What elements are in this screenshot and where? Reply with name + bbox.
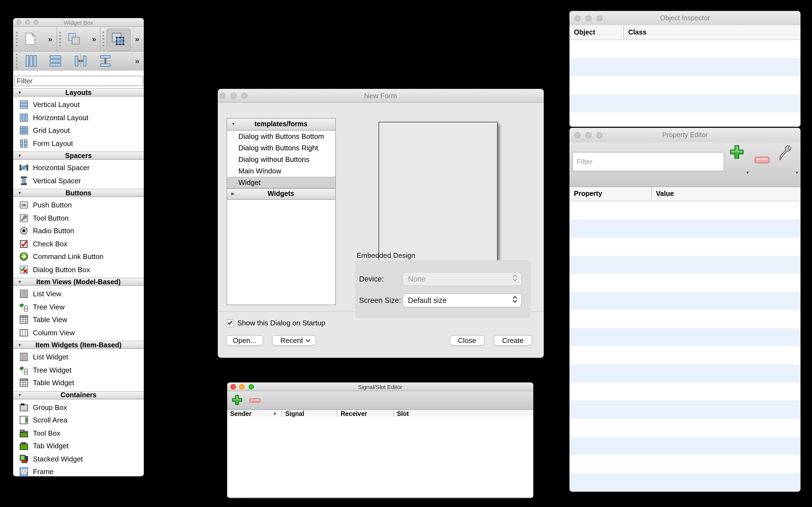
- widget-item-push-button[interactable]: OKPush Button: [13, 199, 144, 212]
- layout-hbars-icon[interactable]: [48, 54, 63, 68]
- widget-item-tree-widget[interactable]: Tree Widget: [13, 363, 144, 377]
- column-header-signal[interactable]: Signal: [282, 410, 337, 417]
- template-item-dialog-with-buttons-right[interactable]: Dialog with Buttons Right: [227, 142, 335, 153]
- close-window-icon[interactable]: [574, 15, 580, 21]
- toolbar-overflow-chevron[interactable]: »: [89, 35, 99, 43]
- toolbar-drag-handle[interactable]: [16, 32, 17, 46]
- add-connection-icon[interactable]: [231, 395, 242, 407]
- show-dialog-startup-checkbox[interactable]: Show this Dialog on Startup: [226, 319, 325, 327]
- toolbar-overflow-chevron[interactable]: »: [132, 57, 142, 65]
- widget-item-frame[interactable]: Frame: [13, 465, 144, 476]
- widget-box-titlebar[interactable]: Widget Box: [13, 18, 144, 27]
- add-property-icon[interactable]: [729, 144, 745, 161]
- configure-menu-icon[interactable]: ▼: [795, 171, 799, 174]
- toolbar-overflow-chevron[interactable]: »: [45, 35, 55, 43]
- minimize-window-icon[interactable]: [230, 93, 236, 99]
- widget-item-radio-button[interactable]: Radio Button: [13, 224, 144, 237]
- category-header-buttons[interactable]: ▼Buttons: [13, 189, 144, 197]
- column-header-slot[interactable]: Slot: [394, 410, 533, 417]
- configure-icon[interactable]: [778, 146, 793, 162]
- checkbox-checked-icon[interactable]: [226, 319, 233, 327]
- widget-item-scroll-area[interactable]: Scroll Area: [13, 414, 144, 427]
- screen-size-select[interactable]: Default size: [402, 293, 521, 307]
- vspacer-adjust-icon[interactable]: [98, 54, 112, 68]
- edit-widgets-icon[interactable]: [67, 32, 81, 46]
- object-inspector-titlebar[interactable]: Object Inspector: [570, 11, 801, 26]
- recent-dropdown[interactable]: Recent: [272, 335, 316, 346]
- template-item-dialog-with-buttons-bottom[interactable]: Dialog with Buttons Bottom: [227, 130, 335, 142]
- toolbar-overflow-chevron[interactable]: »: [132, 35, 142, 43]
- toolbar-drag-handle[interactable]: [16, 54, 17, 68]
- zoom-window-icon[interactable]: [241, 93, 247, 99]
- category-header-item-widgets-item-based[interactable]: ▼Item Widgets (Item-Based): [13, 341, 144, 349]
- edit-selection-icon[interactable]: [111, 33, 126, 47]
- zoom-window-icon[interactable]: [596, 15, 602, 21]
- new-form-icon[interactable]: [23, 32, 37, 46]
- widget-item-dialog-button-box[interactable]: Dialog Button Box: [13, 263, 144, 276]
- widget-item-horizontal-spacer[interactable]: Horizontal Spacer: [13, 161, 144, 174]
- widget-item-command-link-button[interactable]: Command Link Button: [13, 250, 144, 263]
- close-window-icon[interactable]: [574, 132, 580, 138]
- close-window-icon[interactable]: [16, 20, 21, 25]
- widget-item-vertical-layout[interactable]: Vertical Layout: [13, 98, 144, 111]
- property-editor-titlebar[interactable]: Property Editor: [570, 128, 801, 143]
- create-button[interactable]: Create: [494, 335, 532, 346]
- widget-filter-input[interactable]: [14, 76, 143, 86]
- minimize-window-icon[interactable]: [239, 384, 245, 389]
- category-items: Group BoxScroll AreaTool BoxTab WidgetSt…: [13, 399, 144, 476]
- widget-item-column-view[interactable]: Column View: [13, 326, 144, 339]
- widget-item-stacked-widget[interactable]: Stacked Widget: [13, 452, 144, 465]
- zoom-window-icon[interactable]: [34, 20, 39, 25]
- widget-item-table-widget[interactable]: Table Widget: [13, 377, 144, 389]
- column-header-object[interactable]: Object: [570, 25, 624, 40]
- widget-item-form-layout[interactable]: Form Layout: [13, 137, 144, 150]
- toolbar-drag-handle[interactable]: [59, 32, 61, 46]
- zoom-window-icon[interactable]: [248, 384, 254, 389]
- template-item-main-window[interactable]: Main Window: [227, 165, 335, 176]
- minimize-window-icon[interactable]: [585, 132, 591, 138]
- category-header-spacers[interactable]: ▼Spacers: [13, 152, 144, 160]
- column-header-value[interactable]: Value: [651, 187, 801, 201]
- tree-root-templates-forms[interactable]: ▼templates/forms: [227, 118, 335, 130]
- layout-vbars-icon[interactable]: [24, 54, 38, 68]
- hspacer-adjust-icon[interactable]: [73, 54, 88, 68]
- template-item-dialog-without-buttons[interactable]: Dialog without Buttons: [227, 153, 335, 165]
- close-window-icon[interactable]: [219, 93, 225, 99]
- widget-item-group-box[interactable]: Group Box: [13, 401, 144, 414]
- widget-item-list-widget[interactable]: List Widget: [13, 351, 144, 363]
- property-filter-input[interactable]: [572, 152, 724, 171]
- category-header-layouts[interactable]: ▼Layouts: [13, 88, 144, 97]
- add-property-menu-icon[interactable]: ▼: [746, 171, 749, 174]
- close-window-icon[interactable]: [230, 384, 236, 389]
- device-select[interactable]: None: [402, 272, 521, 286]
- widget-item-label: Tool Box: [33, 429, 60, 437]
- widget-item-table-view[interactable]: Table View: [13, 313, 144, 326]
- column-header-property[interactable]: Property: [570, 187, 651, 201]
- widget-item-tab-widget[interactable]: Tab Widget: [13, 440, 144, 452]
- zoom-window-icon[interactable]: [596, 132, 602, 138]
- widget-item-check-box[interactable]: Check Box: [13, 237, 144, 250]
- minimize-window-icon[interactable]: [585, 15, 591, 21]
- widget-item-horizontal-layout[interactable]: Horizontal Layout: [13, 111, 144, 124]
- widget-item-vertical-spacer[interactable]: Vertical Spacer: [13, 174, 144, 187]
- widget-item-list-view[interactable]: List View: [13, 287, 144, 300]
- category-header-item-views-model-based[interactable]: ▼Item Views (Model-Based): [13, 278, 144, 286]
- remove-connection-icon[interactable]: [249, 398, 260, 403]
- new-form-titlebar[interactable]: New Form: [218, 89, 543, 103]
- signal-slot-titlebar[interactable]: Signal/Slot Editor: [227, 383, 533, 391]
- widget-item-tool-box[interactable]: Tool Box: [13, 427, 144, 440]
- toolbar-drag-handle[interactable]: [103, 32, 104, 46]
- tree-root-widgets[interactable]: ▶Widgets: [227, 188, 335, 200]
- remove-property-icon[interactable]: [754, 156, 770, 164]
- open-button[interactable]: Open...: [226, 335, 264, 346]
- widget-item-tree-view[interactable]: Tree View: [13, 300, 144, 313]
- column-header-receiver[interactable]: Receiver: [337, 410, 394, 417]
- template-item-widget[interactable]: Widget: [227, 176, 335, 188]
- column-header-sender[interactable]: Sender▼: [227, 410, 282, 417]
- minimize-window-icon[interactable]: [25, 20, 30, 25]
- widget-item-grid-layout[interactable]: Grid Layout: [13, 124, 144, 137]
- column-header-class[interactable]: Class: [624, 25, 801, 40]
- widget-item-tool-button[interactable]: Tool Button: [13, 212, 144, 224]
- category-header-containers[interactable]: ▼Containers: [13, 391, 144, 399]
- close-button[interactable]: Close: [450, 335, 484, 346]
